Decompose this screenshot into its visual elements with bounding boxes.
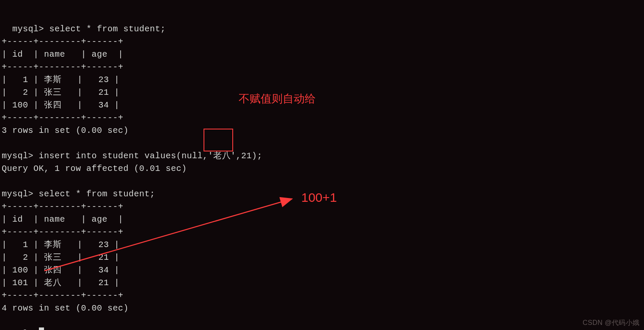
- terminal-line: | 2 | 张三 | 21 |: [2, 88, 120, 97]
- terminal-line: | 1 | 李斯 | 23 |: [2, 75, 120, 85]
- watermark-text: CSDN @代码小娥: [583, 319, 640, 327]
- annotation-comment-increment: 100+1: [301, 190, 337, 205]
- highlight-box-null: [204, 129, 233, 151]
- terminal-line: mysql> select * from student;: [12, 24, 166, 34]
- terminal-line: | 101 | 老八 | 21 |: [2, 278, 120, 288]
- terminal-line: Query OK, 1 row affected (0.01 sec): [2, 164, 187, 173]
- terminal-line: | id | name | age |: [2, 214, 124, 224]
- annotation-comment-autoassign: 不赋值则自动给: [239, 91, 316, 106]
- terminal-line: +-----+--------+------+: [2, 227, 124, 237]
- terminal-line: | id | name | age |: [2, 50, 124, 59]
- terminal-line: +-----+--------+------+: [2, 37, 124, 47]
- terminal-line: +-----+--------+------+: [2, 113, 124, 123]
- terminal-line: mysql> select * from student;: [2, 189, 155, 199]
- terminal-line: 3 rows in set (0.00 sec): [2, 126, 129, 135]
- terminal-line: 4 rows in set (0.00 sec): [2, 303, 129, 313]
- terminal-line: | 2 | 张三 | 21 |: [2, 253, 120, 262]
- terminal-output: mysql> select * from student; +-----+---…: [2, 10, 262, 330]
- terminal-line: +-----+--------+------+: [2, 62, 124, 72]
- cursor-icon: [39, 327, 44, 330]
- terminal-line: +-----+--------+------+: [2, 202, 124, 212]
- terminal-line: mysql> insert into student values(null,'…: [2, 151, 262, 161]
- terminal-line: | 100 | 张四 | 34 |: [2, 100, 120, 110]
- terminal-line: | 100 | 张四 | 34 |: [2, 265, 120, 275]
- terminal-line: | 1 | 李斯 | 23 |: [2, 240, 120, 250]
- terminal-line: +-----+--------+------+: [2, 291, 124, 300]
